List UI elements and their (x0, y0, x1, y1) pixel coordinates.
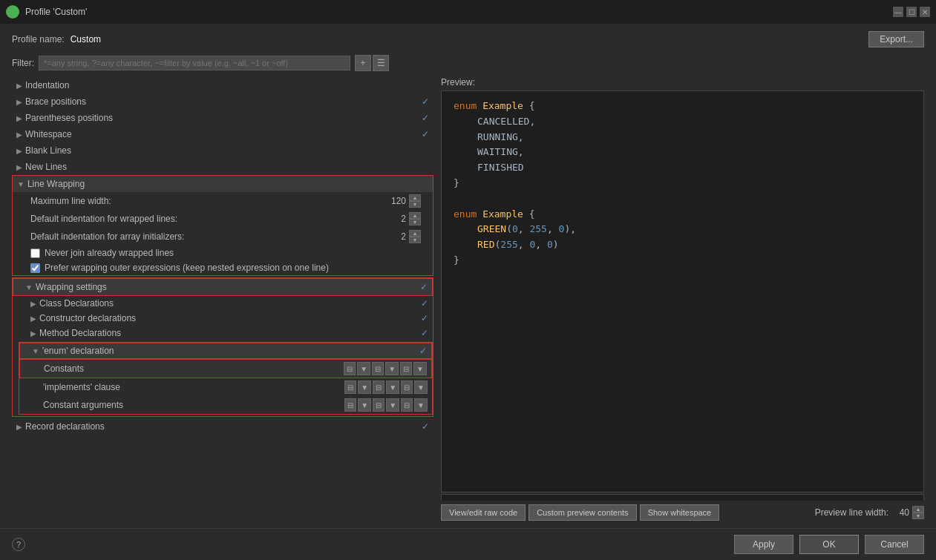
wrap-dropdown-1[interactable]: ▼ (357, 362, 370, 375)
sidebar-item-parentheses[interactable]: ▶ Parentheses positions ✓ (12, 110, 433, 126)
impl-wrap-btn-2[interactable]: ⊟ (373, 381, 384, 394)
constructor-declarations-check-icon: ✓ (421, 313, 428, 323)
close-button[interactable]: ✕ (920, 7, 930, 17)
preview-toolbar: View/edit raw code Custom preview conten… (441, 504, 924, 521)
bottom-bar: ? Apply OK Cancel (0, 528, 936, 560)
chevron-right-icon: ▶ (16, 114, 22, 122)
default-indent-wrapped-label: Default indentation for wrapped lines: (30, 214, 391, 224)
wrap-dropdown-3[interactable]: ▼ (413, 362, 427, 375)
default-indent-array-spinner[interactable]: ▲ ▼ (409, 230, 421, 243)
class-declarations-check-icon: ✓ (421, 298, 428, 309)
custom-preview-button[interactable]: Custom preview contents (528, 504, 637, 521)
never-join-label: Never join already wrapped lines (45, 248, 174, 258)
cargs-wrap-btn-3[interactable]: ⊟ (401, 398, 413, 412)
wrapping-settings-header[interactable]: ▼ Wrapping settings ✓ (13, 278, 433, 296)
sidebar-item-constructor-declarations[interactable]: ▶ Constructor declarations ✓ (13, 311, 433, 326)
enum-declaration-label: 'enum' declaration (42, 346, 114, 356)
export-button[interactable]: Export... (868, 31, 924, 47)
implements-wrap-controls: ⊟ ▼ ⊟ ▼ ⊟ ▼ (344, 381, 428, 394)
wrap-dropdown-2[interactable]: ▼ (385, 362, 399, 375)
constructor-declarations-label: Constructor declarations (39, 313, 136, 323)
prefer-wrapping-checkbox[interactable] (30, 263, 40, 273)
wrap-btn-1[interactable]: ⊟ (344, 362, 356, 375)
brace-positions-check-icon: ✓ (422, 96, 429, 107)
filter-list-icon[interactable]: ☰ (373, 55, 389, 71)
sidebar-item-blank-lines[interactable]: ▶ Blank Lines (12, 142, 433, 159)
spinner-down[interactable]: ▼ (409, 219, 421, 225)
line-wrapping-section: ▼ Line Wrapping Maximum line width: 120 … (12, 175, 433, 276)
whitespace-label: Whitespace (25, 129, 72, 139)
help-icon[interactable]: ? (12, 538, 25, 551)
spinner-down[interactable]: ▼ (409, 237, 421, 243)
max-line-width-value: 120 (391, 196, 406, 206)
sidebar-item-record-declarations[interactable]: ▶ Record declarations ✓ (12, 418, 433, 435)
wrap-btn-3[interactable]: ⊟ (400, 362, 412, 375)
constants-wrap-controls: ⊟ ▼ ⊟ ▼ ⊟ ▼ (344, 362, 427, 375)
maximize-button[interactable]: ☐ (906, 7, 917, 17)
spinner-down[interactable]: ▼ (409, 201, 421, 208)
window-controls[interactable]: — ☐ ✕ (893, 7, 930, 17)
chevron-right-icon: ▶ (16, 82, 22, 90)
method-declarations-check-icon: ✓ (421, 328, 428, 338)
impl-wrap-btn-1[interactable]: ⊟ (344, 381, 356, 394)
max-line-width-spinner[interactable]: ▲ ▼ (409, 194, 421, 208)
never-join-checkbox[interactable] (30, 248, 40, 258)
chevron-down-icon: ▼ (17, 180, 24, 188)
preview-line-width-spinner[interactable]: ▲ ▼ (912, 506, 924, 519)
cancel-button[interactable]: Cancel (865, 535, 924, 554)
cargs-wrap-dropdown-3[interactable]: ▼ (414, 398, 428, 412)
view-edit-raw-button[interactable]: View/edit raw code (441, 504, 526, 521)
impl-wrap-dropdown-2[interactable]: ▼ (386, 381, 399, 394)
preview-line-width-row: Preview line width: 40 ▲ ▼ (815, 506, 924, 519)
spinner-up[interactable]: ▲ (912, 506, 924, 513)
sidebar-item-whitespace[interactable]: ▶ Whitespace ✓ (12, 126, 433, 142)
sidebar-item-indentation[interactable]: ▶ Indentation (12, 77, 433, 93)
prefer-wrapping-row: Prefer wrapping outer expressions (keep … (13, 260, 433, 275)
cargs-wrap-dropdown-2[interactable]: ▼ (386, 398, 399, 412)
minimize-button[interactable]: — (893, 7, 903, 17)
impl-wrap-dropdown-1[interactable]: ▼ (358, 381, 371, 394)
filter-add-icon[interactable]: + (355, 55, 371, 71)
wrapping-settings-section: ▼ Wrapping settings ✓ ▶ Class Declaratio… (12, 277, 433, 417)
preview-label: Preview: (441, 77, 924, 88)
constants-row: Constants ⊟ ▼ ⊟ ▼ ⊟ ▼ (19, 359, 432, 378)
sidebar-item-brace-positions[interactable]: ▶ Brace positions ✓ (12, 93, 433, 110)
default-indent-array-row: Default indentation for array initialize… (13, 228, 433, 246)
cargs-wrap-btn-2[interactable]: ⊟ (373, 398, 384, 412)
chevron-right-icon: ▶ (30, 300, 36, 308)
ok-button[interactable]: OK (799, 535, 859, 554)
chevron-right-icon: ▶ (30, 314, 36, 323)
wrapping-settings-check-icon: ✓ (420, 282, 428, 292)
never-join-row: Never join already wrapped lines (13, 246, 433, 260)
filter-row: Filter: + ☰ (12, 55, 924, 71)
apply-button[interactable]: Apply (734, 535, 793, 554)
spinner-up[interactable]: ▲ (409, 212, 421, 219)
wrap-btn-2[interactable]: ⊟ (372, 362, 384, 375)
spinner-up[interactable]: ▲ (409, 230, 421, 237)
show-whitespace-button[interactable]: Show whitespace (640, 504, 720, 521)
spinner-up[interactable]: ▲ (409, 194, 421, 201)
impl-wrap-btn-3[interactable]: ⊟ (401, 381, 413, 394)
cargs-wrap-btn-1[interactable]: ⊟ (344, 398, 356, 412)
sidebar-item-new-lines[interactable]: ▶ New Lines (12, 159, 433, 175)
default-indent-wrapped-spinner[interactable]: ▲ ▼ (409, 212, 421, 225)
sidebar-item-line-wrapping[interactable]: ▼ Line Wrapping (13, 176, 433, 192)
spinner-down[interactable]: ▼ (912, 513, 924, 519)
chevron-down-icon: ▼ (25, 283, 33, 291)
default-indent-wrapped-row: Default indentation for wrapped lines: 2… (13, 210, 433, 228)
max-line-width-row: Maximum line width: 120 ▲ ▼ (13, 192, 433, 210)
constant-arguments-row: Constant arguments ⊟ ▼ ⊟ ▼ ⊟ ▼ (19, 396, 432, 414)
impl-wrap-dropdown-3[interactable]: ▼ (414, 381, 428, 394)
sidebar-item-class-declarations[interactable]: ▶ Class Declarations ✓ (13, 296, 433, 311)
blank-lines-label: Blank Lines (25, 145, 71, 156)
filter-input[interactable] (39, 56, 350, 70)
cargs-wrap-dropdown-1[interactable]: ▼ (358, 398, 371, 412)
preview-area: enum Example { CANCELLED, RUNNING, WAITI… (441, 90, 924, 493)
enum-declaration-header[interactable]: ▼ 'enum' declaration ✓ (19, 343, 432, 359)
chevron-right-icon: ▶ (16, 423, 22, 431)
constant-arguments-label: Constant arguments (43, 400, 344, 410)
filter-icons: + ☰ (355, 55, 389, 71)
profile-name-label: Profile name: (12, 34, 65, 45)
max-line-width-label: Maximum line width: (30, 196, 391, 206)
sidebar-item-method-declarations[interactable]: ▶ Method Declarations ✓ (13, 326, 433, 340)
